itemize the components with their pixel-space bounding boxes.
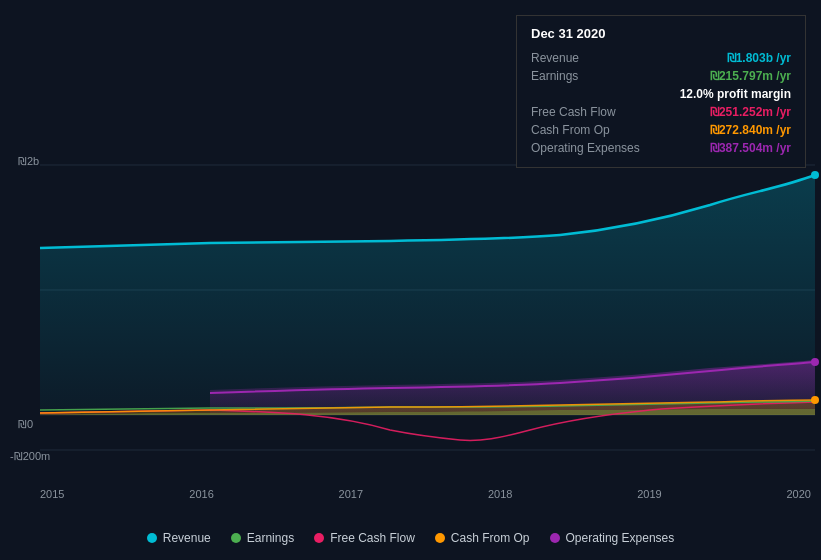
legend-label-cashop: Cash From Op	[451, 531, 530, 545]
legend-label-fcf: Free Cash Flow	[330, 531, 415, 545]
legend-label-revenue: Revenue	[163, 531, 211, 545]
chart-container: ₪2b ₪0 -₪200m 2015 2016 2017 2018 2019 2…	[0, 0, 821, 560]
svg-point-7	[811, 396, 819, 404]
tooltip-revenue-row: Revenue ₪1.803b /yr	[531, 49, 791, 67]
chart-legend: Revenue Earnings Free Cash Flow Cash Fro…	[0, 531, 821, 545]
x-label-2016: 2016	[189, 488, 213, 500]
tooltip-opex-label: Operating Expenses	[531, 141, 651, 155]
tooltip-date: Dec 31 2020	[531, 26, 791, 41]
legend-earnings[interactable]: Earnings	[231, 531, 294, 545]
x-label-2018: 2018	[488, 488, 512, 500]
tooltip-earnings-row: Earnings ₪215.797m /yr	[531, 67, 791, 85]
legend-dot-opex	[550, 533, 560, 543]
x-label-2015: 2015	[40, 488, 64, 500]
legend-label-opex: Operating Expenses	[566, 531, 675, 545]
tooltip-opex-row: Operating Expenses ₪387.504m /yr	[531, 139, 791, 157]
tooltip-cashop-row: Cash From Op ₪272.840m /yr	[531, 121, 791, 139]
legend-dot-earnings	[231, 533, 241, 543]
tooltip-cashop-value: ₪272.840m /yr	[710, 123, 791, 137]
y-label-neg200m: -₪200m	[10, 450, 50, 463]
tooltip-revenue-label: Revenue	[531, 51, 651, 65]
x-label-2019: 2019	[637, 488, 661, 500]
x-label-2017: 2017	[339, 488, 363, 500]
tooltip-earnings-label: Earnings	[531, 69, 651, 83]
legend-opex[interactable]: Operating Expenses	[550, 531, 675, 545]
y-label-0: ₪0	[18, 418, 33, 431]
legend-dot-fcf	[314, 533, 324, 543]
legend-dot-cashop	[435, 533, 445, 543]
x-label-2020: 2020	[786, 488, 810, 500]
x-axis: 2015 2016 2017 2018 2019 2020	[40, 488, 811, 500]
tooltip-box: Dec 31 2020 Revenue ₪1.803b /yr Earnings…	[516, 15, 806, 168]
tooltip-opex-value: ₪387.504m /yr	[710, 141, 791, 155]
tooltip-fcf-value: ₪251.252m /yr	[710, 105, 791, 119]
tooltip-fcf-row: Free Cash Flow ₪251.252m /yr	[531, 103, 791, 121]
tooltip-cashop-label: Cash From Op	[531, 123, 651, 137]
y-label-2b: ₪2b	[18, 155, 39, 168]
legend-label-earnings: Earnings	[247, 531, 294, 545]
tooltip-earnings-value: ₪215.797m /yr	[710, 69, 791, 83]
tooltip-fcf-label: Free Cash Flow	[531, 105, 651, 119]
legend-cash-from-op[interactable]: Cash From Op	[435, 531, 530, 545]
svg-point-6	[811, 358, 819, 366]
legend-revenue[interactable]: Revenue	[147, 531, 211, 545]
svg-point-5	[811, 171, 819, 179]
tooltip-margin-value: 12.0% profit margin	[680, 87, 791, 101]
legend-fcf[interactable]: Free Cash Flow	[314, 531, 415, 545]
tooltip-revenue-value: ₪1.803b /yr	[727, 51, 791, 65]
tooltip-margin-row: 12.0% profit margin	[531, 85, 791, 103]
legend-dot-revenue	[147, 533, 157, 543]
